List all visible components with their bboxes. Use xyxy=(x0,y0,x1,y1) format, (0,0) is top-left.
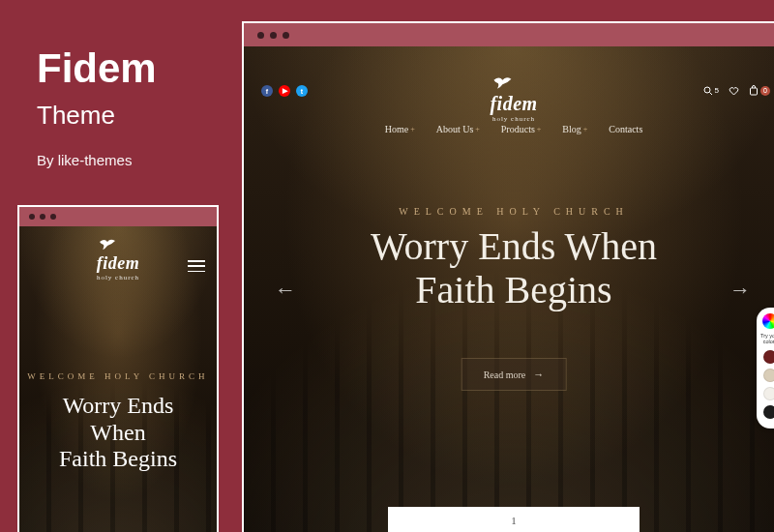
hamburger-menu-icon[interactable] xyxy=(188,260,205,272)
hero-line: When xyxy=(29,420,207,447)
search-icon xyxy=(703,86,713,96)
cart-count-badge: 0 xyxy=(760,86,770,96)
hero-cta-button[interactable]: Read more → xyxy=(461,358,567,391)
logo-brand: fidem xyxy=(97,253,140,274)
hero-headline: Worry Ends When Faith Begins xyxy=(29,393,207,473)
svg-point-0 xyxy=(704,87,710,93)
dove-icon xyxy=(97,236,140,251)
hero-headline: Worry Ends When Faith Begins xyxy=(283,225,745,312)
nav-label: Products xyxy=(501,124,535,134)
color-swatch[interactable] xyxy=(763,369,774,382)
facebook-icon[interactable]: f xyxy=(261,85,273,97)
desktop-preview-frame: f ▶ t fidem holy church 5 xyxy=(242,21,774,532)
nav-label: About Us xyxy=(436,124,474,134)
author-name: like-themes xyxy=(58,152,133,168)
nav-label: Contacts xyxy=(609,124,642,134)
logo-brand: fidem xyxy=(490,93,537,115)
twitter-icon[interactable]: t xyxy=(296,85,308,97)
color-swatch[interactable] xyxy=(763,405,774,419)
theme-subtitle: Theme xyxy=(37,101,157,131)
hero-line: Worry Ends xyxy=(29,393,207,420)
hero-line: Worry Ends When xyxy=(283,225,745,269)
widget-label-line: colors xyxy=(760,340,774,345)
theme-name: Fidem xyxy=(37,48,157,89)
desktop-titlebar xyxy=(244,23,774,46)
widget-label: Try your colors xyxy=(760,334,774,345)
chevron-down-icon: + xyxy=(583,125,588,133)
window-dot xyxy=(270,32,277,39)
window-dot xyxy=(40,214,45,220)
social-links: f ▶ t xyxy=(261,85,308,97)
chevron-down-icon: + xyxy=(537,125,542,133)
dove-icon xyxy=(490,74,537,91)
logo-tagline: holy church xyxy=(97,274,140,281)
chevron-down-icon: + xyxy=(475,125,480,133)
site-logo[interactable]: fidem holy church xyxy=(490,74,537,123)
logo-tagline: holy church xyxy=(490,115,537,123)
desktop-viewport: f ▶ t fidem holy church 5 xyxy=(244,46,774,532)
header-tools: 5 0 xyxy=(703,85,770,96)
color-swatch[interactable] xyxy=(763,350,774,364)
nav-label: Blog xyxy=(562,124,580,134)
hero-line: Faith Begins xyxy=(283,269,745,312)
chevron-down-icon: + xyxy=(410,125,415,133)
hero-welcome-text: Welcome Holy Church xyxy=(244,206,774,217)
nav-item-blog[interactable]: Blog+ xyxy=(562,124,587,134)
nav-item-contacts[interactable]: Contacts xyxy=(609,124,642,134)
nav-item-about[interactable]: About Us+ xyxy=(436,124,480,134)
author-prefix: By xyxy=(37,152,58,168)
hero-line: Faith Begins xyxy=(29,446,207,473)
hero-pager[interactable]: 1 xyxy=(388,507,640,532)
arrow-right-icon: → xyxy=(533,369,544,380)
primary-nav: Home+ About Us+ Products+ Blog+ Contacts xyxy=(385,124,643,134)
cta-label: Read more xyxy=(484,369,526,380)
mobile-viewport: fidem holy church Welcome Holy Church Wo… xyxy=(19,226,217,532)
svg-line-1 xyxy=(709,92,712,95)
heart-icon xyxy=(729,86,739,96)
svg-rect-2 xyxy=(751,88,758,95)
nav-label: Home xyxy=(385,124,408,134)
color-wheel-icon[interactable] xyxy=(762,313,774,329)
nav-item-products[interactable]: Products+ xyxy=(501,124,542,134)
theme-author: By like-themes xyxy=(37,152,157,168)
site-logo[interactable]: fidem holy church xyxy=(97,236,140,281)
cart-button[interactable]: 0 xyxy=(749,85,770,96)
color-picker-widget[interactable]: 1 Try your colors xyxy=(757,308,774,429)
window-dot xyxy=(29,214,35,220)
mobile-titlebar xyxy=(19,207,217,226)
window-dot xyxy=(257,32,264,39)
pager-current: 1 xyxy=(511,515,517,526)
mobile-preview-frame: fidem holy church Welcome Holy Church Wo… xyxy=(17,205,219,532)
search-button[interactable]: 5 xyxy=(703,86,719,96)
youtube-icon[interactable]: ▶ xyxy=(279,85,290,97)
color-swatch[interactable] xyxy=(763,387,774,400)
search-count: 5 xyxy=(715,86,719,95)
nav-item-home[interactable]: Home+ xyxy=(385,124,415,134)
wishlist-button[interactable] xyxy=(729,86,739,96)
window-dot xyxy=(283,32,289,39)
hero-welcome-text: Welcome Holy Church xyxy=(19,371,217,381)
window-dot xyxy=(50,214,56,220)
bag-icon xyxy=(749,85,759,96)
